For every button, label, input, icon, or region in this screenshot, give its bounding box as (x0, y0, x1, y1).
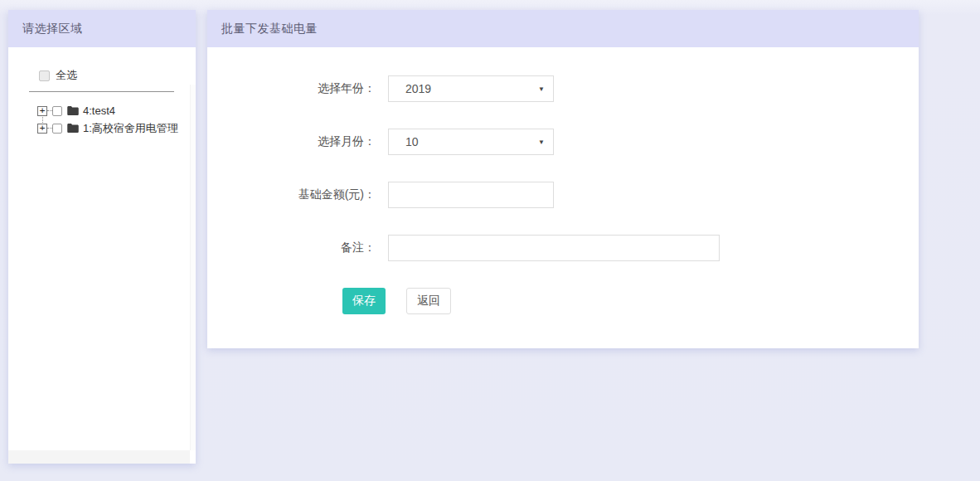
year-label: 选择年份： (207, 81, 388, 96)
year-row: 选择年份： 2019 ▼ (207, 75, 919, 102)
month-select[interactable]: 10 ▼ (388, 129, 554, 155)
remark-row: 备注： (207, 235, 919, 261)
batch-issue-panel: 批量下发基础电量 选择年份： 2019 ▼ 选择月份： 10 ▼ 基础金额(元)… (207, 10, 919, 348)
tree-node-label[interactable]: 1:高校宿舍用电管理 (83, 121, 178, 136)
tree-node-checkbox[interactable] (52, 106, 62, 116)
tree-node[interactable]: + 4:test4 (37, 104, 189, 118)
form-actions: 保存 返回 (342, 288, 919, 314)
chevron-down-icon: ▼ (538, 85, 545, 93)
back-button[interactable]: 返回 (406, 288, 451, 314)
folder-icon (67, 124, 79, 133)
tree-node-checkbox[interactable] (52, 124, 62, 134)
region-tree: + 4:test4 + 1:高校宿舍用 (8, 104, 189, 138)
tree-divider (29, 91, 174, 92)
sidebar-scrollbar-track[interactable] (190, 85, 196, 450)
month-select-value: 10 (405, 135, 538, 148)
amount-input[interactable] (388, 182, 554, 208)
year-select-value: 2019 (405, 82, 538, 95)
remark-label: 备注： (207, 240, 388, 255)
remark-input[interactable] (388, 235, 720, 261)
batch-issue-form: 选择年份： 2019 ▼ 选择月份： 10 ▼ 基础金额(元)： 备注： 保存 … (207, 47, 919, 314)
tree-node[interactable]: + 1:高校宿舍用电管理 (37, 121, 189, 135)
batch-issue-panel-title: 批量下发基础电量 (207, 10, 919, 47)
sidebar-footer-strip (8, 450, 190, 464)
expand-plus-icon[interactable]: + (37, 124, 47, 134)
expand-plus-icon[interactable]: + (37, 106, 47, 116)
amount-label: 基础金额(元)： (207, 187, 388, 202)
month-row: 选择月份： 10 ▼ (207, 129, 919, 155)
year-select[interactable]: 2019 ▼ (388, 75, 554, 102)
tree-node-label[interactable]: 4:test4 (83, 104, 115, 117)
folder-icon (67, 106, 79, 115)
region-panel-body: 全选 + 4:test4 + (8, 47, 196, 450)
select-all-row[interactable]: 全选 (39, 68, 77, 83)
select-all-label: 全选 (56, 68, 77, 83)
select-all-checkbox[interactable] (39, 70, 50, 81)
chevron-down-icon: ▼ (538, 138, 545, 146)
save-button[interactable]: 保存 (342, 288, 386, 314)
region-select-panel: 请选择区域 全选 + 4:test4 + (8, 10, 196, 464)
amount-row: 基础金额(元)： (207, 182, 919, 208)
region-panel-title: 请选择区域 (8, 10, 196, 47)
month-label: 选择月份： (207, 134, 388, 149)
